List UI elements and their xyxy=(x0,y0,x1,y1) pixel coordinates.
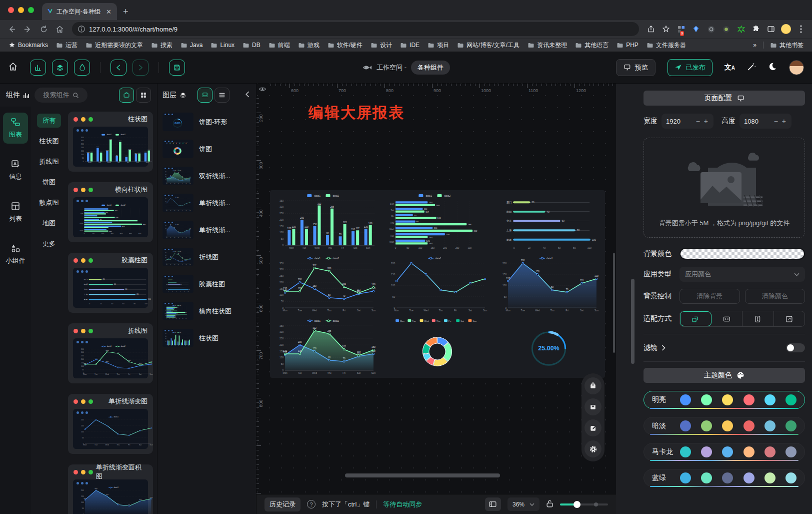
page-config-header[interactable]: 页面配置 xyxy=(644,91,805,106)
bookmark-item[interactable]: 资讯未整理 xyxy=(524,40,570,51)
redo-button[interactable] xyxy=(132,60,148,76)
extension-dot-icon[interactable] xyxy=(720,23,732,35)
save-button[interactable] xyxy=(169,60,185,76)
dashboard-chart-slot[interactable]: 050100150200250300350data1data2Mon120130… xyxy=(273,192,378,253)
theme-option-暗淡[interactable]: 暗淡 xyxy=(644,417,805,435)
chart-line-dual-area[interactable]: 050100150200250300350data1data2120200150… xyxy=(164,169,192,184)
component-card[interactable]: 单折线渐变图050100150200data1MonTueWedThuFriSa… xyxy=(68,394,153,454)
chart-line-dual[interactable]: 050100150200250300350data1data2120200150… xyxy=(164,250,192,265)
chart-pie-donut[interactable]: MonTueWedThuFriSatSun xyxy=(384,317,490,376)
layer-item[interactable]: MonTueWedThuFriSatSun饼图 xyxy=(162,140,251,158)
chart-hbar-grouped[interactable]: data1data2050100150200250300Sun130160Sat… xyxy=(384,192,490,251)
category-饼图[interactable]: 饼图 xyxy=(37,175,61,189)
minimize-window-button[interactable] xyxy=(18,7,24,13)
height-decrement[interactable]: − xyxy=(773,117,779,125)
category-散点图[interactable]: 散点图 xyxy=(34,196,64,210)
extension-circle-icon[interactable] xyxy=(705,23,717,35)
help-icon[interactable]: ? xyxy=(307,500,316,508)
bookmark-item[interactable]: DB xyxy=(239,41,264,50)
layer-item[interactable]: 050100150200data1MonTueWedThuFriSatSun单折… xyxy=(162,194,251,212)
tab-close-icon[interactable]: ✕ xyxy=(104,8,113,16)
category-地图[interactable]: 地图 xyxy=(37,216,61,230)
undo-button[interactable] xyxy=(110,60,126,76)
chart-ring-progress[interactable]: 25.00% xyxy=(164,115,192,130)
layers-panel-toggle[interactable] xyxy=(52,60,68,76)
layers-list-view-toggle[interactable] xyxy=(214,88,230,103)
close-window-button[interactable] xyxy=(8,7,14,13)
chart-capsule[interactable]: 厦门20南阳40北京60上海80新疆100020406080100 xyxy=(164,277,192,292)
publish-button[interactable]: 已发布 xyxy=(668,59,712,76)
bookmark-item[interactable]: 近期需要读的文章 xyxy=(82,40,146,51)
chart-line-dual[interactable]: 050100150200250300350data1data2120200150… xyxy=(273,254,378,314)
category-所有[interactable]: 所有 xyxy=(37,114,61,128)
eye-icon[interactable] xyxy=(258,85,266,95)
component-card[interactable]: 胶囊柱图厦门20南阳40北京60上海80新疆100020406080100 xyxy=(68,253,153,313)
dashboard-chart-slot[interactable]: 050100150200data11202001508070110130MonT… xyxy=(496,254,602,316)
components-panel-toggle[interactable] xyxy=(30,60,46,76)
component-card[interactable]: 单折线渐变面积图050100150200data1120200150807011… xyxy=(68,464,153,514)
category-折线图[interactable]: 折线图 xyxy=(34,155,64,169)
component-card[interactable]: 柱状图050100150200250300350data1data2Mon120… xyxy=(68,112,153,172)
chart-line-gradient[interactable]: 050100150200data1MonTueWedThuFriSatSun xyxy=(76,415,155,447)
bookmark-item[interactable]: 项目 xyxy=(424,40,452,51)
width-decrement[interactable]: − xyxy=(695,117,701,125)
app-type-select[interactable]: 应用颜色 xyxy=(680,267,805,282)
sidebar-item-列表[interactable]: 列表 xyxy=(3,197,28,228)
search-components-input[interactable]: 搜索组件 xyxy=(34,88,88,103)
bookmark-item[interactable]: 搜索 xyxy=(148,40,176,51)
chart-line-gradient[interactable]: 050100150200data1MonTueWedThuFriSatSun xyxy=(164,196,192,211)
canvas-text-component[interactable]: 编辑大屏报表 xyxy=(308,103,404,123)
theme-option-蓝绿[interactable]: 蓝绿 xyxy=(644,469,805,487)
fit-width-option[interactable] xyxy=(712,311,743,326)
theme-color-header[interactable]: 主题颜色 xyxy=(644,368,805,383)
new-tab-button[interactable]: + xyxy=(123,7,128,17)
bookmark-item[interactable]: 游戏 xyxy=(294,40,323,51)
design-canvas[interactable]: 600700800900100011001200 200300400500600… xyxy=(256,84,616,494)
clear-color-button[interactable]: 清除颜色 xyxy=(745,289,806,304)
layer-item[interactable]: 050100150200data11202001508070110130MonT… xyxy=(162,221,251,239)
chevron-right-icon[interactable] xyxy=(662,345,666,351)
dark-mode-icon[interactable] xyxy=(768,62,777,73)
bookmark-item[interactable]: Java xyxy=(177,41,206,50)
chart-line-gradient[interactable]: 050100150200data1MonTueWedThuFriSatSun xyxy=(384,254,490,314)
width-increment[interactable]: + xyxy=(703,117,709,125)
fit-scale-option[interactable] xyxy=(680,311,712,326)
category-柱状图[interactable]: 柱状图 xyxy=(34,134,64,148)
chart-bar-grouped[interactable]: 050100150200250300350data1data2Mon120130… xyxy=(273,192,378,251)
browser-menu-icon[interactable] xyxy=(795,23,807,35)
component-card[interactable]: 横向柱状图data1data2050100150200250300Sun1301… xyxy=(68,182,153,242)
sidebar-item-图表[interactable]: 图表 xyxy=(3,113,28,144)
bookmark-item[interactable]: 其他语言 xyxy=(572,40,612,51)
back-icon[interactable] xyxy=(5,23,18,36)
zoom-slider-knob[interactable] xyxy=(574,501,580,508)
clear-background-button[interactable]: 清除背景 xyxy=(680,289,740,304)
bg-color-swatch[interactable] xyxy=(680,248,805,260)
bookmark-item[interactable]: IDE xyxy=(396,41,423,50)
height-input[interactable]: 1080 − + xyxy=(740,114,792,129)
collapse-layers-icon[interactable] xyxy=(244,91,251,100)
other-bookmarks[interactable]: 其他书签 xyxy=(766,40,807,51)
browser-tab[interactable]: 工作空间-各种组件 ✕ xyxy=(42,3,117,20)
zoom-select[interactable]: 36% xyxy=(508,497,540,511)
layer-item[interactable]: 050100150200250300350data1data2Mon120130… xyxy=(162,329,251,347)
chart-pie-donut[interactable]: MonTueWedThuFriSatSun xyxy=(164,142,192,157)
bookmark-item[interactable]: 网站/博客/文章/工具 xyxy=(454,40,523,51)
width-input[interactable]: 1920 − + xyxy=(662,114,714,129)
bookmark-item[interactable]: PHP xyxy=(613,41,642,50)
chart-line-dual[interactable]: 050100150200250300350data1data2120200150… xyxy=(76,344,155,376)
chart-bar-grouped[interactable]: 050100150200250300350data1data2Mon120130… xyxy=(164,331,192,346)
chart-line-single-area[interactable]: 050100150200data11202001508070110130MonT… xyxy=(76,485,155,514)
filter-toggle[interactable] xyxy=(786,343,805,352)
layer-item[interactable]: 厦门20南阳40北京60上海80新疆100020406080100胶囊柱图 xyxy=(162,275,251,293)
extension-gem-icon[interactable] xyxy=(690,23,702,35)
chart-capsule[interactable]: 厦门20南阳40北京60上海80新疆100020406080100 xyxy=(76,274,155,306)
puzzle-icon[interactable] xyxy=(750,23,762,35)
site-info-icon[interactable] xyxy=(78,26,85,33)
layer-item[interactable]: 050100150200250300350data1data2120200150… xyxy=(162,167,251,185)
details-panel-toggle[interactable] xyxy=(74,60,90,76)
import-icon[interactable] xyxy=(584,398,602,415)
bookmark-item[interactable]: 文件服务器 xyxy=(643,40,690,51)
dashboard-chart-slot[interactable]: 050100150200250300350data1data2120200150… xyxy=(273,317,378,378)
sidebar-item-信息[interactable]: 信息 xyxy=(3,155,28,186)
dashboard-chart-slot[interactable]: 厦门20南阳40北京60上海80新疆100020406080100 xyxy=(496,192,602,253)
